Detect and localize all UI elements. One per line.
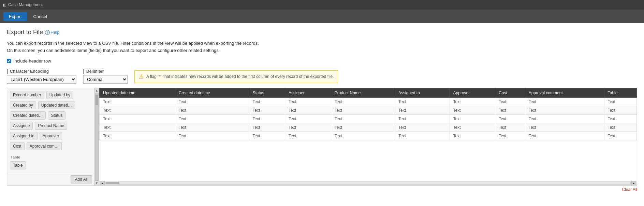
table-scroll-area[interactable]: Updated datetime Created datetime Status…	[99, 88, 637, 181]
table-cell: Text	[395, 106, 450, 114]
field-item-product-name[interactable]: Product Name	[35, 122, 67, 130]
field-item-created-by[interactable]: Created by	[10, 101, 36, 109]
main-content: Export to File ?Help You can export reco…	[0, 23, 644, 206]
field-item-cost[interactable]: Cost	[10, 142, 25, 150]
table-cell: Text	[450, 106, 495, 114]
col-approver: Approver	[450, 88, 495, 97]
table-cell: Text	[100, 123, 175, 132]
col-updated-datetime: Updated datetime	[100, 88, 175, 97]
table-cell: Text	[604, 97, 636, 106]
include-header-row-row: Include header row	[7, 58, 637, 64]
page-title: Export to File	[7, 29, 43, 36]
table-cell: Text	[395, 123, 450, 132]
field-item-record-number[interactable]: Record number	[10, 91, 44, 99]
alert-box: ⚠ A flag "*" that indicates new records …	[134, 70, 338, 83]
right-panel: Updated datetime Created datetime Status…	[99, 88, 637, 186]
settings-row: Character Encoding Latin1 (Western Europ…	[7, 69, 637, 84]
app-title: Case Management	[8, 2, 43, 7]
table-cell: Text	[285, 132, 331, 140]
table-cell: Text	[175, 106, 249, 114]
table-cell: Text	[100, 114, 175, 123]
col-approval-comment: Approval comment	[525, 88, 604, 97]
table-cell: Text	[249, 132, 285, 140]
horizontal-scroll-track[interactable]	[105, 182, 631, 184]
left-panel-footer: Add All	[7, 173, 94, 186]
table-cell: Text	[395, 132, 450, 140]
table-cell: Text	[100, 106, 175, 114]
table-cell: Text	[249, 123, 285, 132]
export-button[interactable]: Export	[3, 12, 27, 21]
table-cell: Text	[525, 106, 604, 114]
field-item-assigned-to[interactable]: Assigned to	[10, 132, 38, 140]
field-item-updated-datetime[interactable]: Updated dateti…	[38, 101, 75, 109]
description: You can export records in the selected v…	[7, 40, 637, 54]
field-item-created-datetime[interactable]: Created dateti…	[10, 111, 46, 120]
table-cell: Text	[525, 123, 604, 132]
cancel-button[interactable]: Cancel	[30, 12, 50, 21]
col-product-name: Product Name	[331, 88, 395, 97]
add-all-button[interactable]: Add All	[71, 175, 92, 183]
field-item-assignee[interactable]: Assignee	[10, 122, 33, 130]
character-encoding-select[interactable]: Latin1 (Western European) UTF-8 Shift-JI…	[7, 75, 76, 84]
table-cell: Text	[175, 123, 249, 132]
field-item-approval-comment[interactable]: Approval com…	[27, 142, 62, 150]
table-cell: Text	[331, 97, 395, 106]
field-row-1: Record number Updated by	[9, 90, 92, 100]
table-cell: Text	[495, 97, 525, 106]
table-row: TextTextTextTextTextTextTextTextTextText	[100, 123, 637, 132]
field-list: Record number Updated by Created by Upda…	[7, 88, 94, 173]
table-cell: Text	[495, 106, 525, 114]
table-cell: Text	[604, 123, 636, 132]
help-icon: ?	[45, 30, 50, 35]
table-row: TextTextTextTextTextTextTextTextTextText	[100, 114, 637, 123]
table-cell: Text	[175, 132, 249, 140]
table-cell: Text	[100, 132, 175, 140]
scroll-down-arrow[interactable]: ▼	[95, 181, 98, 185]
col-assignee: Assignee	[285, 88, 331, 97]
horizontal-scrollbar[interactable]: ◄ ►	[99, 181, 637, 186]
field-item-table[interactable]: Table	[10, 161, 26, 169]
table-cell: Text	[495, 114, 525, 123]
table-cell: Text	[525, 114, 604, 123]
horizontal-scroll-thumb	[106, 182, 119, 184]
table-row: TextTextTextTextTextTextTextTextTextText	[100, 132, 637, 140]
export-area: Record number Updated by Created by Upda…	[7, 88, 637, 186]
field-item-approver[interactable]: Approver	[40, 132, 62, 140]
col-status: Status	[249, 88, 285, 97]
table-cell: Text	[100, 97, 175, 106]
table-cell: Text	[331, 114, 395, 123]
scroll-left-arrow[interactable]: ◄	[100, 181, 105, 185]
table-cell: Text	[395, 114, 450, 123]
field-row-4: Assignee Product Name	[9, 121, 92, 131]
field-row-6: Cost Approval com…	[9, 141, 92, 151]
table-cell: Text	[604, 106, 636, 114]
preview-table: Updated datetime Created datetime Status…	[99, 88, 637, 140]
table-cell: Text	[175, 97, 249, 106]
col-table: Table	[604, 88, 636, 97]
table-cell: Text	[249, 97, 285, 106]
left-scrollbar[interactable]: ▲ ▼	[94, 88, 99, 186]
table-cell: Text	[450, 97, 495, 106]
field-row-2: Created by Updated dateti…	[9, 100, 92, 110]
col-cost: Cost	[495, 88, 525, 97]
help-link[interactable]: ?Help	[45, 30, 60, 35]
table-cell: Text	[395, 97, 450, 106]
include-header-row-label[interactable]: Include header row	[13, 58, 51, 64]
app-icon: ◧	[3, 3, 6, 7]
col-created-datetime: Created datetime	[175, 88, 249, 97]
table-cell: Text	[525, 97, 604, 106]
table-cell: Text	[495, 123, 525, 132]
table-cell: Text	[450, 114, 495, 123]
clear-all-link[interactable]: Clear All	[622, 187, 637, 192]
field-item-updated-by[interactable]: Updated by	[46, 91, 73, 99]
include-header-row-checkbox[interactable]	[7, 59, 11, 63]
scroll-right-arrow[interactable]: ►	[631, 181, 636, 185]
delimiter-select[interactable]: Comma Tab Semicolon	[83, 75, 128, 84]
field-item-status[interactable]: Status	[48, 111, 65, 120]
table-row: TextTextTextTextTextTextTextTextTextText	[100, 97, 637, 106]
delimiter-label: Delimiter	[83, 69, 128, 74]
table-cell: Text	[525, 132, 604, 140]
table-cell: Text	[604, 132, 636, 140]
scroll-up-arrow[interactable]: ▲	[95, 89, 98, 92]
toolbar: Export Cancel	[0, 10, 644, 23]
